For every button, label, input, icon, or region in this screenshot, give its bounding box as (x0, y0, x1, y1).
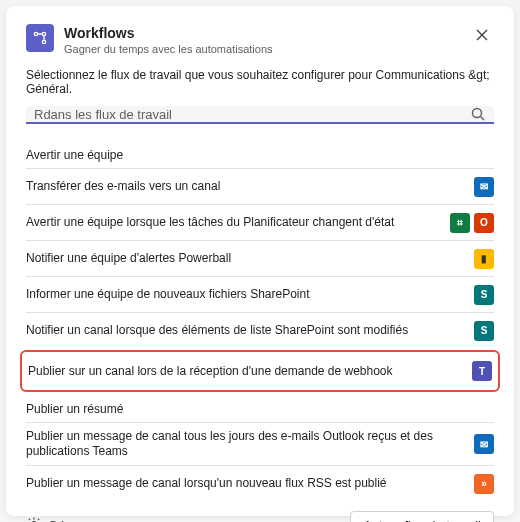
workflow-item[interactable]: Publier un message de canal lorsqu'un no… (26, 465, 494, 501)
outlook-icon: ✉ (474, 434, 494, 454)
svg-point-0 (34, 32, 37, 35)
panel-title: Workflows (64, 24, 460, 42)
close-icon (475, 28, 489, 45)
workflow-item[interactable]: Transférer des e-mails vers un canal✉ (26, 168, 494, 204)
gear-icon (26, 516, 42, 522)
workflow-item-label: Publier un message de canal lorsqu'un no… (26, 476, 466, 491)
workflow-item-label: Notifier un canal lorsque des éléments d… (26, 323, 466, 338)
workflow-item-icons: ✉ (474, 434, 494, 454)
workflow-item-label: Transférer des e-mails vers un canal (26, 179, 466, 194)
workflow-item-icons: S (474, 285, 494, 305)
workflow-item-icons: ▮ (474, 249, 494, 269)
workflow-item[interactable]: Notifier un canal lorsque des éléments d… (26, 312, 494, 348)
workflow-item[interactable]: Avertir une équipe lorsque les tâches du… (26, 204, 494, 240)
group-title: Avertir une équipe (26, 140, 494, 168)
search-icon (470, 106, 486, 122)
header-text: Workflows Gagner du temps avec les autom… (64, 24, 460, 56)
rss-icon: » (474, 474, 494, 494)
manage-button[interactable]: Gérer (26, 516, 81, 522)
workflow-item-icons: » (474, 474, 494, 494)
workflows-app-icon (26, 24, 54, 52)
search-field[interactable] (26, 106, 494, 124)
close-button[interactable] (470, 24, 494, 48)
sharepoint-icon: S (474, 321, 494, 341)
svg-point-2 (42, 40, 45, 43)
highlighted-workflow: Publier sur un canal lors de la réceptio… (20, 350, 500, 392)
workflow-item-icons: S (474, 321, 494, 341)
workflow-item-label: Avertir une équipe lorsque les tâches du… (26, 215, 442, 230)
office-icon: O (474, 213, 494, 233)
panel-header: Workflows Gagner du temps avec les autom… (26, 24, 494, 56)
search-input[interactable] (34, 107, 470, 122)
panel-footer: Gérer Autres flux de travail (26, 501, 494, 522)
workflow-item[interactable]: Notifier une équipe d'alertes Powerball▮ (26, 240, 494, 276)
svg-point-1 (42, 32, 45, 35)
outlook-icon: ✉ (474, 177, 494, 197)
workflow-item-icons: T (472, 361, 492, 381)
workflow-item[interactable]: Informer une équipe de nouveaux fichiers… (26, 276, 494, 312)
svg-point-3 (473, 109, 482, 118)
workflow-item[interactable]: Publier un message de canal tous les jou… (26, 422, 494, 465)
workflows-panel: Workflows Gagner du temps avec les autom… (6, 6, 514, 516)
workflow-item-label: Publier sur un canal lors de la réceptio… (28, 364, 464, 379)
powerbi-icon: ▮ (474, 249, 494, 269)
sharepoint-icon: S (474, 285, 494, 305)
workflow-groups: Avertir une équipeTransférer des e-mails… (26, 140, 494, 501)
workflow-item-icons: ✉ (474, 177, 494, 197)
planner-icon: ⌗ (450, 213, 470, 233)
teams-icon: T (472, 361, 492, 381)
workflow-item-label: Informer une équipe de nouveaux fichiers… (26, 287, 466, 302)
workflow-item-icons: ⌗O (450, 213, 494, 233)
more-workflows-button[interactable]: Autres flux de travail (350, 511, 494, 522)
panel-subtitle: Gagner du temps avec les automatisations (64, 42, 460, 56)
intro-text: Sélectionnez le flux de travail que vous… (26, 68, 494, 96)
workflow-item-label: Notifier une équipe d'alertes Powerball (26, 251, 466, 266)
workflow-item-label: Publier un message de canal tous les jou… (26, 429, 466, 459)
group-title: Publier un résumé (26, 394, 494, 422)
manage-label: Gérer (48, 518, 81, 522)
workflow-item[interactable]: Publier sur un canal lors de la réceptio… (28, 356, 492, 386)
